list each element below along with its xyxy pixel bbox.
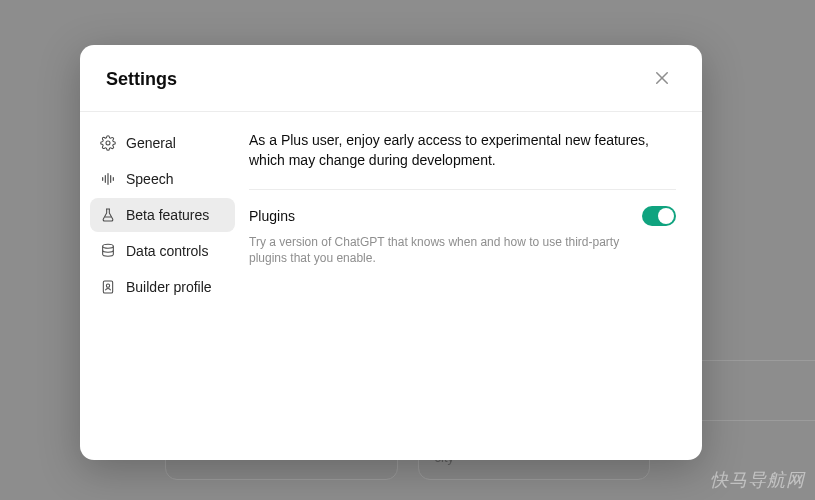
gear-icon: [100, 135, 116, 151]
sidebar-item-label: Builder profile: [126, 279, 212, 295]
flask-icon: [100, 207, 116, 223]
modal-body: General Speech: [80, 112, 702, 460]
sidebar-item-data-controls[interactable]: Data controls: [90, 234, 235, 268]
sidebar-item-label: Beta features: [126, 207, 209, 223]
settings-content: As a Plus user, enjoy early access to ex…: [245, 112, 702, 460]
profile-icon: [100, 279, 116, 295]
database-icon: [100, 243, 116, 259]
plugins-setting-row: Plugins Try a version of ChatGPT that kn…: [249, 190, 676, 268]
beta-intro-text: As a Plus user, enjoy early access to ex…: [249, 130, 676, 190]
sidebar-item-label: General: [126, 135, 176, 151]
sidebar-item-builder-profile[interactable]: Builder profile: [90, 270, 235, 304]
speech-icon: [100, 171, 116, 187]
svg-point-10: [106, 284, 109, 287]
plugins-toggle[interactable]: [642, 206, 676, 226]
svg-point-8: [103, 244, 114, 248]
sidebar-item-general[interactable]: General: [90, 126, 235, 160]
plugins-description: Try a version of ChatGPT that knows when…: [249, 234, 629, 268]
plugins-setting-head: Plugins: [249, 206, 676, 226]
toggle-knob: [658, 208, 674, 224]
modal-header: Settings: [80, 45, 702, 112]
sidebar-item-speech[interactable]: Speech: [90, 162, 235, 196]
sidebar-item-label: Data controls: [126, 243, 208, 259]
svg-point-2: [106, 141, 110, 145]
sidebar-item-label: Speech: [126, 171, 173, 187]
settings-modal: Settings General: [80, 45, 702, 460]
settings-sidebar: General Speech: [80, 112, 245, 460]
sidebar-item-beta-features[interactable]: Beta features: [90, 198, 235, 232]
close-icon: [653, 69, 671, 90]
plugins-title: Plugins: [249, 208, 295, 224]
modal-title: Settings: [106, 69, 177, 90]
bg-divider: [700, 360, 815, 361]
close-button[interactable]: [648, 65, 676, 93]
